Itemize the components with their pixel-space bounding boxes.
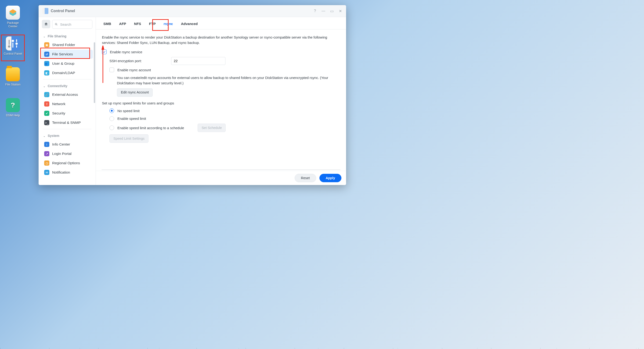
minimize-icon[interactable]: — [321,9,326,13]
radio-no-speed-limit[interactable] [110,108,114,113]
sidebar-item-file-services[interactable]: ⇄File Services [42,50,93,59]
maximize-icon[interactable]: ▭ [330,9,334,13]
login-icon: ↗ [44,151,49,156]
desktop-icon-dsm-help[interactable]: ? DSM Help [2,98,24,117]
page-content: Enable the rsync service to render your … [96,29,346,185]
footer: Reset Apply [96,171,346,185]
sidebar[interactable]: ⌃File Sharing ▣Shared Folder ⇄File Servi… [38,17,96,185]
help-icon: ? [6,98,20,112]
desktop: Package Center Control Panel File Statio… [0,0,644,349]
chevron-up-icon: ⌃ [43,35,45,38]
tab-rsync[interactable]: rsync [162,18,175,29]
search-box[interactable] [52,20,92,29]
regional-icon: ◷ [44,160,49,166]
ssh-port-label: SSH encryption port: [110,58,168,63]
file-services-icon: ⇄ [44,52,49,57]
desktop-icon-package-center[interactable]: Package Center [2,5,24,28]
tab-advanced[interactable]: Advanced [179,18,200,29]
reset-button[interactable]: Reset [295,174,316,182]
info-icon: i [44,142,49,147]
sidebar-item-notification[interactable]: ✉Notification [42,168,93,177]
tab-afp[interactable]: AFP [117,18,128,29]
apply-button[interactable]: Apply [320,174,342,182]
sidebar-item-shared-folder[interactable]: ▣Shared Folder [42,40,93,49]
tab-smb[interactable]: SMB [102,18,113,29]
search-icon [55,22,58,26]
svg-line-1 [56,25,57,25]
control-panel-window: Control Panel ? — ▭ ✕ [38,5,346,185]
search-input[interactable] [60,22,90,27]
svg-point-0 [55,23,57,25]
control-panel-icon [6,36,20,50]
external-access-icon: 🔗 [44,92,49,97]
home-icon [44,22,48,26]
speed-limit-heading: Set up rsync speed limits for users and … [102,100,174,106]
enable-rsync-checkbox[interactable] [102,49,107,54]
speed-limit-settings-button[interactable]: Speed Limit Settings [110,134,148,143]
security-icon: ✔ [44,111,49,116]
sidebar-item-user-group[interactable]: 👥User & Group [42,59,93,68]
rsync-description: Enable the rsync service to render your … [102,34,340,45]
ssh-port-input[interactable] [171,57,226,65]
sidebar-item-terminal-snmp[interactable]: >_Terminal & SNMP [42,118,93,127]
chevron-up-icon: ⌃ [43,84,45,88]
file-station-icon [6,67,20,81]
scroll-track [102,169,340,170]
desktop-icon-file-station[interactable]: File Station [2,67,24,86]
enable-rsync-account-checkbox[interactable] [110,67,114,72]
sidebar-item-login-portal[interactable]: ↗Login Portal [42,149,93,158]
radio-enable-speed-limit[interactable] [110,116,114,121]
sidebar-item-external-access[interactable]: 🔗External Access [42,90,93,99]
icon-label: DSM Help [6,113,20,117]
icon-label: File Station [5,83,20,86]
help-icon[interactable]: ? [313,9,317,13]
tab-ftp[interactable]: FTP [147,18,158,29]
desktop-icon-control-panel[interactable]: Control Panel [2,36,24,55]
domain-icon: ◧ [44,70,49,75]
radio-label: Enable speed limit according to a schedu… [118,125,184,131]
notification-icon: ✉ [44,170,49,175]
tab-nfs[interactable]: NFS [132,18,143,29]
sidebar-item-regional-options[interactable]: ◷Regional Options [42,159,93,167]
enable-rsync-account-label: Enable rsync account [118,67,151,73]
section-system[interactable]: ⌃System [40,131,94,139]
radio-schedule-speed-limit[interactable] [110,125,114,130]
terminal-icon: >_ [44,120,49,125]
sidebar-item-info-center[interactable]: iInfo Center [42,140,93,149]
window-title: Control Panel [51,9,75,13]
enable-rsync-label: Enable rsync service [110,49,142,55]
home-button[interactable] [42,20,50,28]
folder-icon: ▣ [44,42,49,47]
titlebar[interactable]: Control Panel ? — ▭ ✕ [38,5,346,17]
window-app-icon [42,8,48,14]
icon-label: Package Center [7,21,19,28]
tabs: SMB AFP NFS FTP rsync Advanced [96,17,346,29]
package-center-icon [6,5,20,20]
icon-label: Control Panel [4,52,22,55]
network-icon: ⇧ [44,101,49,106]
main-panel: SMB AFP NFS FTP rsync Advanced Enable th… [96,17,346,185]
close-icon[interactable]: ✕ [338,9,342,13]
user-group-icon: 👥 [44,61,49,66]
section-connectivity[interactable]: ⌃Connectivity [40,81,94,90]
sidebar-item-network[interactable]: ⇧Network [42,99,93,108]
set-schedule-button[interactable]: Set Schedule [198,124,226,132]
sidebar-item-security[interactable]: ✔Security [42,109,93,118]
edit-rsync-account-button[interactable]: Edit rsync Account [117,88,153,97]
chevron-up-icon: ⌃ [43,134,45,137]
radio-label: No speed limit [118,108,140,113]
radio-label: Enable speed limit [118,116,146,121]
section-file-sharing[interactable]: ⌃File Sharing [40,31,94,40]
rsync-account-note: You can create/edit rsync accounts for e… [117,75,340,86]
sidebar-item-domain-ldap[interactable]: ◧Domain/LDAP [42,68,93,77]
